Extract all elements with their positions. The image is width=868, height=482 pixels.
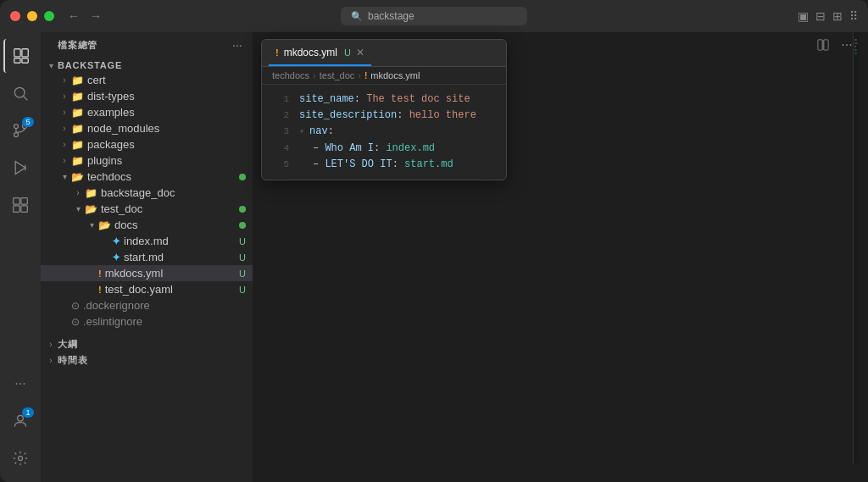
minimap <box>853 32 860 463</box>
layout-icon-1[interactable]: ▣ <box>798 9 809 23</box>
svg-point-16 <box>18 415 24 421</box>
expand-arrow: › <box>71 188 85 197</box>
sidebar-item-docs[interactable]: ▾ 📂 docs <box>41 217 253 233</box>
svg-rect-14 <box>14 206 20 213</box>
sidebar-item-examples[interactable]: › 📁 examples <box>41 104 253 120</box>
timeline-section[interactable]: › 時間表 <box>41 352 253 368</box>
sidebar-item-eslintignore[interactable]: ⊙ .eslintignore <box>41 313 253 330</box>
svg-point-8 <box>14 133 19 137</box>
main-layout: 5 ··· 1 <box>0 32 868 482</box>
sidebar-item-dockerignore[interactable]: ⊙ .dockerignore <box>41 297 253 313</box>
breadcrumb-techdocs: techdocs <box>272 70 309 80</box>
layout-icon-3[interactable]: ⊞ <box>832 9 843 23</box>
source-control-badge: 5 <box>22 117 34 127</box>
titlebar-search[interactable]: 🔍 backstage <box>341 7 527 25</box>
close-button[interactable] <box>10 11 20 21</box>
editor-top-right: ··· <box>814 32 856 58</box>
sidebar-item-techdocs[interactable]: ▾ 📂 techdocs <box>41 169 253 185</box>
code-line-4: 4 – Who Am I: index.md <box>262 141 506 157</box>
breadcrumb-test-doc: test_doc <box>320 70 355 80</box>
popup-tab-mkdocs[interactable]: ! mkdocs.yml U ✕ <box>269 40 371 66</box>
svg-point-17 <box>19 457 23 461</box>
account-icon[interactable]: 1 <box>3 404 37 438</box>
popup-close-button[interactable]: ✕ <box>356 47 364 58</box>
expand-arrow: › <box>58 140 71 149</box>
modified-dot <box>239 222 246 229</box>
run-icon[interactable] <box>3 151 37 185</box>
file-icon: ⊙ <box>71 316 80 328</box>
sidebar-item-index-md[interactable]: ✦ index.md U <box>41 233 253 249</box>
modified-badge: U <box>239 285 246 295</box>
sidebar-item-mkdocs-yml[interactable]: ! mkdocs.yml U <box>41 265 253 281</box>
search-icon: 🔍 <box>351 11 363 22</box>
sidebar-header: 檔案總管 ··· <box>41 32 253 58</box>
sidebar-item-cert[interactable]: › 📁 cert <box>41 72 253 88</box>
expand-arrow: › <box>58 75 71 85</box>
svg-point-6 <box>14 125 19 129</box>
popup-tab-bar: ! mkdocs.yml U ✕ <box>262 40 506 67</box>
expand-arrow: › <box>58 91 71 101</box>
md-icon: ✦ <box>112 252 120 263</box>
breadcrumb-sep1: › <box>313 70 316 80</box>
modified-badge: U <box>239 252 246 263</box>
files-icon[interactable] <box>3 39 37 73</box>
sidebar-item-test-doc-yaml[interactable]: ! test_doc.yaml U <box>41 281 253 297</box>
sidebar-item-node-modules[interactable]: › 📁 node_modules <box>41 120 253 136</box>
sidebar-item-plugins[interactable]: › 📁 plugins <box>41 152 253 169</box>
yaml-tab-icon: ! <box>275 47 279 58</box>
svg-marker-10 <box>15 162 25 175</box>
svg-rect-18 <box>818 40 822 50</box>
modified-dot <box>239 174 246 180</box>
svg-point-4 <box>14 87 25 97</box>
sidebar-bottom-sections: › 大綱 › 時間表 <box>41 336 253 368</box>
fullscreen-button[interactable] <box>44 11 54 21</box>
sidebar-header-icons: ··· <box>232 41 242 51</box>
editor-popup: ! mkdocs.yml U ✕ techdocs › test_doc › !… <box>261 39 507 180</box>
minimize-button[interactable] <box>27 11 37 21</box>
sidebar-item-dist-types[interactable]: › 📁 dist-types <box>41 88 253 104</box>
expand-arrow: ▾ <box>58 172 71 181</box>
code-line-3: 3 ▾ nav: <box>262 124 506 140</box>
sidebar-item-backstage-doc[interactable]: › 📁 backstage_doc <box>41 185 253 201</box>
search-text: backstage <box>368 10 415 22</box>
code-line-2: 2 site_description: hello there <box>262 108 506 124</box>
account-badge: 1 <box>22 407 34 418</box>
expand-arrow: › <box>58 124 71 133</box>
code-line-5: 5 – LET'S DO IT: start.md <box>262 157 506 173</box>
nav-back-button[interactable]: ← <box>68 9 80 23</box>
split-editor-icon[interactable] <box>814 36 832 54</box>
editor-area: ··· ! mkdocs.yml U ✕ techdocs › test_doc… <box>253 32 868 482</box>
sidebar-item-start-md[interactable]: ✦ start.md U <box>41 249 253 265</box>
yaml-icon: ! <box>98 285 102 295</box>
search-icon[interactable] <box>3 76 37 110</box>
source-control-icon[interactable]: 5 <box>3 114 37 147</box>
titlebar: ← → 🔍 backstage ▣ ⊟ ⊞ ⠿ <box>0 0 868 32</box>
modified-badge: U <box>239 236 246 247</box>
svg-rect-13 <box>21 198 28 205</box>
file-icon: ⊙ <box>71 300 80 312</box>
nav-forward-button[interactable]: → <box>90 9 102 23</box>
expand-arrow: › <box>44 340 58 349</box>
outline-section[interactable]: › 大綱 <box>41 336 253 352</box>
collapse-arrow: ▾ <box>44 61 58 70</box>
yaml-icon: ! <box>98 269 102 279</box>
more-options-icon[interactable]: ··· <box>837 36 856 54</box>
tree-section-backstage[interactable]: ▾ BACKSTAGE <box>41 58 253 72</box>
breadcrumb-yaml-icon: ! <box>364 71 367 80</box>
settings-icon[interactable] <box>3 441 37 475</box>
svg-rect-3 <box>22 58 28 64</box>
layout-icon-4[interactable]: ⠿ <box>849 9 858 23</box>
svg-line-5 <box>24 97 28 101</box>
svg-rect-12 <box>14 198 20 205</box>
more-icon[interactable]: ··· <box>3 367 37 401</box>
more-options-icon[interactable]: ··· <box>232 41 242 51</box>
modified-badge: U <box>239 269 246 279</box>
sidebar-item-test-doc[interactable]: ▾ 📂 test_doc <box>41 201 253 217</box>
traffic-lights <box>10 11 54 21</box>
layout-icon-2[interactable]: ⊟ <box>815 9 826 23</box>
extensions-icon[interactable] <box>3 188 37 222</box>
popup-code: 1 site_name: The test doc site 2 site_de… <box>262 85 506 180</box>
sidebar-item-packages[interactable]: › 📁 packages <box>41 136 253 152</box>
sidebar: 檔案總管 ··· ▾ BACKSTAGE › 📁 cert › <box>41 32 253 482</box>
expand-arrow: › <box>44 356 58 365</box>
